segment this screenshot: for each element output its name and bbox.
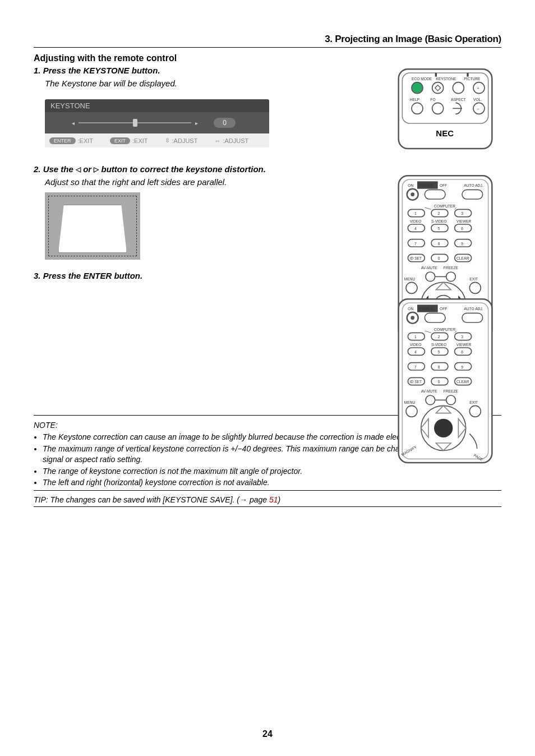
- svg-text:FREEZE: FREEZE: [444, 266, 459, 270]
- footer-exit: EXIT :EXIT: [110, 137, 148, 144]
- svg-text:S-VIDEO: S-VIDEO: [431, 219, 446, 223]
- keystone-value: 0: [214, 118, 236, 128]
- svg-text:PICTURE: PICTURE: [464, 77, 481, 81]
- svg-text:CLEAR: CLEAR: [456, 380, 469, 384]
- svg-point-84: [411, 316, 414, 320]
- svg-text:EXIT: EXIT: [469, 277, 478, 281]
- footer-adjust-v: ⇳ :ADJUST: [165, 137, 198, 144]
- svg-text:HELP: HELP: [410, 98, 420, 102]
- svg-text:COMPUTER: COMPUTER: [434, 204, 455, 208]
- svg-text:VIDEO: VIDEO: [410, 343, 422, 347]
- svg-text:5: 5: [438, 350, 440, 354]
- keystone-slider-handle: [133, 119, 137, 127]
- svg-text:CLEAR: CLEAR: [456, 256, 469, 260]
- chapter-title: 3. Projecting an Image (Basic Operation): [34, 34, 501, 48]
- svg-text:0: 0: [438, 256, 440, 260]
- svg-text:OFF: OFF: [440, 307, 447, 311]
- svg-text:FREEZE: FREEZE: [444, 389, 459, 393]
- updown-icon: ⇳: [165, 137, 170, 144]
- svg-text:VIDEO: VIDEO: [410, 219, 422, 223]
- svg-text:7: 7: [414, 365, 417, 369]
- svg-point-29: [411, 192, 414, 196]
- svg-text:AV-MUTE: AV-MUTE: [421, 389, 438, 393]
- trapezoid-figure: [45, 192, 140, 260]
- note-separator-bottom: [34, 490, 501, 491]
- svg-text:VOL.: VOL.: [473, 98, 482, 102]
- svg-text:MENU: MENU: [404, 400, 416, 404]
- svg-text:8: 8: [438, 365, 440, 369]
- keystone-slider: [79, 122, 191, 123]
- svg-text:OFF: OFF: [440, 183, 447, 187]
- svg-text:AUTO ADJ.: AUTO ADJ.: [464, 183, 483, 187]
- svg-text:VIEWER: VIEWER: [456, 343, 471, 347]
- footer-enter: ENTER :EXIT: [49, 137, 93, 144]
- svg-text:8: 8: [438, 242, 440, 246]
- step-2-heading: 2. Use the ◁ or ▷ button to correct the …: [34, 164, 501, 174]
- svg-text:MENU: MENU: [404, 277, 416, 281]
- svg-text:4: 4: [414, 227, 417, 231]
- svg-text:6: 6: [461, 227, 463, 231]
- left-triangle-icon: ◁: [76, 165, 81, 173]
- svg-text:S-VIDEO: S-VIDEO: [431, 343, 446, 347]
- svg-text:7: 7: [414, 242, 417, 246]
- tip-line: TIP: The changes can be saved with [KEYS…: [34, 495, 501, 507]
- svg-text:2: 2: [438, 211, 440, 215]
- svg-text:ID SET: ID SET: [410, 256, 422, 260]
- tip-page-ref: 51: [269, 495, 278, 504]
- page-number: 24: [0, 729, 535, 739]
- svg-text:AV-MUTE: AV-MUTE: [421, 266, 438, 270]
- svg-text:0: 0: [438, 380, 440, 384]
- svg-text:1: 1: [414, 335, 417, 339]
- svg-text:9: 9: [461, 365, 463, 369]
- remote-top-figure: ECO MODE KEYSTONE PICTURE + HELP FO ASPE…: [389, 67, 501, 163]
- svg-text:9: 9: [461, 242, 463, 246]
- footer-adjust-h: ↔ :ADJUST: [214, 137, 248, 144]
- svg-text:−: −: [477, 107, 479, 111]
- svg-text:KEYSTONE: KEYSTONE: [436, 77, 456, 81]
- keystone-bar-figure: KEYSTONE 0 ENTER :EXIT EXIT :EXIT ⇳ :ADJ…: [45, 99, 269, 147]
- svg-text:ID SET: ID SET: [410, 380, 422, 384]
- svg-text:FO: FO: [430, 98, 435, 102]
- svg-text:3: 3: [461, 335, 463, 339]
- svg-text:EXIT: EXIT: [469, 400, 478, 404]
- svg-text:3: 3: [461, 211, 463, 215]
- leftright-icon: ↔: [214, 137, 220, 144]
- svg-point-5: [412, 82, 423, 94]
- remote-bot-figure: ON POWER OFF AUTO ADJ. COMPUTER 1 2 3 VI…: [389, 297, 501, 468]
- svg-text:VIEWER: VIEWER: [456, 219, 471, 223]
- svg-text:+: +: [477, 86, 479, 90]
- svg-text:6: 6: [461, 350, 463, 354]
- note-item: The left and right (horizontal) keystone…: [43, 477, 501, 488]
- svg-text:ON: ON: [408, 183, 413, 187]
- svg-text:ENTER: ENTER: [436, 427, 449, 431]
- svg-text:ASPECT: ASPECT: [451, 98, 466, 102]
- svg-text:COMPUTER: COMPUTER: [434, 328, 455, 331]
- svg-text:POWER: POWER: [419, 307, 433, 311]
- keystone-bar-title: KEYSTONE: [45, 99, 269, 112]
- svg-text:ON: ON: [408, 307, 413, 311]
- svg-text:5: 5: [438, 227, 440, 231]
- svg-text:POWER: POWER: [419, 183, 433, 187]
- svg-text:1: 1: [414, 211, 417, 215]
- svg-text:NEC: NEC: [436, 128, 454, 138]
- section-title: Adjusting with the remote control: [34, 53, 501, 63]
- svg-text:AUTO ADJ.: AUTO ADJ.: [464, 307, 483, 311]
- svg-text:2: 2: [438, 335, 440, 339]
- svg-text:4: 4: [414, 350, 417, 354]
- svg-text:ECO MODE: ECO MODE: [412, 77, 432, 81]
